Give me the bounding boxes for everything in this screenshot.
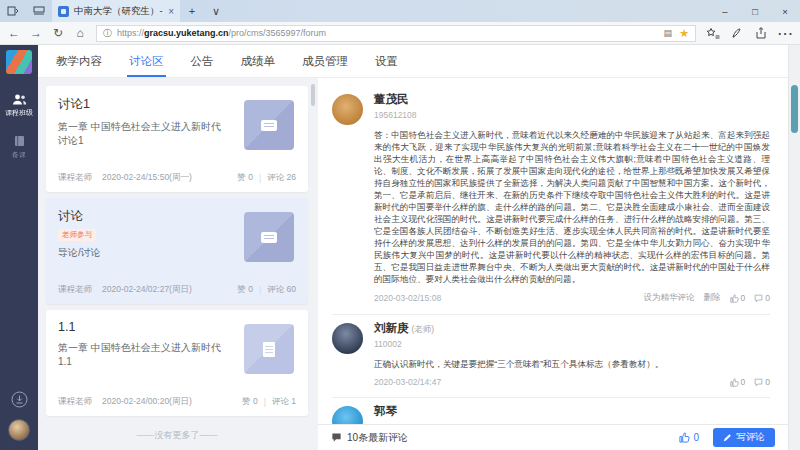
sidebar-item-label: 课程班级 xyxy=(2,108,37,117)
reply-bubble-icon xyxy=(754,378,763,387)
commenter-avatar[interactable] xyxy=(332,94,363,125)
discussion-desc: 第一章 中国特色社会主义进入新时代1.1 xyxy=(58,341,226,368)
no-more-label: ——没有更多了—— xyxy=(46,422,308,447)
page-scrollbar-thumb[interactable] xyxy=(791,85,798,133)
minimize-button[interactable]: – xyxy=(710,0,740,22)
comment-count: 评论 26 xyxy=(267,172,296,184)
sidebar-item-label: 备课 xyxy=(2,150,37,159)
commenter-id: 110002 xyxy=(374,339,770,349)
main-content: 教学内容 讨论区 公告 成绩单 成员管理 设置 讨论1 第一章 中国特色社会主义… xyxy=(38,45,788,450)
tab-title: 中南大学（研究生）-雨 xyxy=(74,5,163,18)
hub-favorites-icon[interactable] xyxy=(701,27,725,39)
back-icon[interactable]: ← xyxy=(3,22,25,44)
address-bar[interactable]: ⓘ https://gracsu.yuketang.cn/pro/cms/356… xyxy=(96,25,696,42)
teacher-participated-badge: 老师参与 xyxy=(58,229,96,241)
thumbs-up-icon xyxy=(679,432,690,443)
annotate-pen-icon[interactable] xyxy=(725,27,749,39)
share-icon[interactable] xyxy=(749,27,773,39)
tab-close-icon[interactable]: × xyxy=(168,6,174,17)
url-text: https://gracsu.yuketang.cn/pro/cms/35659… xyxy=(117,28,326,38)
teacher-role-label: (老师) xyxy=(412,324,435,334)
commenter-name: 郭琴 xyxy=(374,404,770,419)
discussion-item[interactable]: 1.1 第一章 中国特色社会主义进入新时代1.1 课程老师 2020-02-24… xyxy=(46,310,308,416)
like-count: 赞 0 xyxy=(237,284,253,296)
people-icon xyxy=(12,94,27,105)
comment-reply-button[interactable]: 0 xyxy=(754,293,770,303)
discussion-item-selected[interactable]: 讨论 老师参与 导论/讨论 课程老师 2020-02-24/02:27(周日) … xyxy=(46,198,308,304)
tab-members[interactable]: 成员管理 xyxy=(302,45,348,77)
yuketang-app: 课程班级 备课 教学内容 讨论区 公告 成绩单 成员管理 设置 xyxy=(0,45,800,450)
discussion-item[interactable]: 讨论1 第一章 中国特色社会主义进入新时代讨论1 课程老师 2020-02-24… xyxy=(46,86,308,192)
site-favicon xyxy=(58,6,69,17)
discussion-author: 课程老师 xyxy=(58,396,92,408)
discussion-date: 2020-02-24/15:50(周一) xyxy=(102,172,192,184)
thumbs-up-icon xyxy=(730,378,739,387)
reply-bubble-icon xyxy=(754,294,763,303)
user-avatar[interactable] xyxy=(8,419,30,441)
delete-link[interactable]: 删除 xyxy=(704,292,721,304)
comment-time: 2020-03-02/15:08 xyxy=(374,293,441,303)
discussion-date: 2020-02-24/00:20(周日) xyxy=(102,396,192,408)
yuketang-logo xyxy=(6,50,32,74)
discussion-thumbnail xyxy=(244,324,294,374)
thumbs-up-icon xyxy=(730,294,739,303)
refresh-icon[interactable]: ↻ xyxy=(47,22,69,44)
discussion-thumbnail xyxy=(244,100,294,150)
course-tab-bar: 教学内容 讨论区 公告 成绩单 成员管理 设置 xyxy=(38,45,788,78)
reading-view-icon[interactable]: ▤ xyxy=(664,28,673,38)
set-tabs-aside-icon[interactable] xyxy=(0,0,26,22)
site-info-icon[interactable]: ⓘ xyxy=(103,27,112,40)
sidebar-item-prepare[interactable]: 备课 xyxy=(0,127,38,169)
favorite-star-icon[interactable]: ★ xyxy=(679,27,689,40)
new-tab-button[interactable]: + xyxy=(180,0,204,22)
download-icon[interactable] xyxy=(11,391,28,408)
discussion-author: 课程老师 xyxy=(58,172,92,184)
browser-titlebar: 中南大学（研究生）-雨 × + ∨ – □ × xyxy=(0,0,800,22)
forward-icon[interactable]: → xyxy=(25,22,47,44)
sidebar-item-courses[interactable]: 课程班级 xyxy=(0,86,38,127)
thread-like-button[interactable]: 0 xyxy=(679,432,699,443)
tab-preview-icon[interactable] xyxy=(26,0,52,22)
commenter-name: 刘新庚(老师) xyxy=(374,321,770,336)
discussion-date: 2020-02-24/02:27(周日) xyxy=(102,284,192,296)
document-icon xyxy=(263,342,275,357)
commenter-id: 195612108 xyxy=(374,110,770,120)
comment-time: 2020-03-02/14:47 xyxy=(374,377,441,387)
comment-body: 答：中国特色社会主义进入新时代，意味着近代以来久经磨难的中华民族迎来了从站起来、… xyxy=(374,129,770,285)
tab-list-chevron-icon[interactable]: ∨ xyxy=(204,0,228,22)
discussion-desc: 第一章 中国特色社会主义进入新时代讨论1 xyxy=(58,120,226,147)
page-scrollbar[interactable] xyxy=(788,45,800,450)
chat-bubble-icon xyxy=(261,232,277,243)
maximize-button[interactable]: □ xyxy=(740,0,770,22)
comment-toolbar: 10条最新评论 0 写评论 xyxy=(318,424,788,450)
tab-announcement[interactable]: 公告 xyxy=(191,45,214,77)
discussion-desc: 导论/讨论 xyxy=(58,246,226,260)
tab-discussion[interactable]: 讨论区 xyxy=(129,45,164,77)
comment-like-button[interactable]: 0 xyxy=(730,293,746,303)
home-icon[interactable]: ⌂ xyxy=(69,22,91,44)
browser-navbar: ← → ↻ ⌂ ⓘ https://gracsu.yuketang.cn/pro… xyxy=(0,22,800,45)
comment-body: 正确认识新时代，关键是要把握“三个意味着”和五个具体标志（参看教材）。 xyxy=(374,358,770,370)
tab-grades[interactable]: 成绩单 xyxy=(241,45,276,77)
list-scrollbar-thumb[interactable] xyxy=(311,84,315,106)
write-comment-button[interactable]: 写评论 xyxy=(713,428,775,447)
comment-reply-button[interactable]: 0 xyxy=(754,377,770,387)
like-count: 赞 0 xyxy=(237,172,253,184)
more-menu-icon[interactable]: ⋯ xyxy=(773,24,797,43)
discussion-thumbnail xyxy=(244,212,294,262)
left-rail: 课程班级 备课 xyxy=(0,45,38,450)
close-button[interactable]: × xyxy=(770,0,800,22)
set-featured-link[interactable]: 设为精华评论 xyxy=(644,292,695,304)
pencil-icon xyxy=(723,433,732,442)
comment-count: 评论 1 xyxy=(272,396,296,408)
tab-teaching-content[interactable]: 教学内容 xyxy=(56,45,102,77)
window-controls: – □ × xyxy=(710,0,800,22)
book-icon xyxy=(13,135,26,147)
browser-tab[interactable]: 中南大学（研究生）-雨 × xyxy=(52,0,180,22)
commenter-avatar[interactable] xyxy=(332,323,363,354)
discussion-author: 课程老师 xyxy=(58,284,92,296)
like-count: 赞 0 xyxy=(242,396,258,408)
comment-like-button[interactable]: 0 xyxy=(730,377,746,387)
commenter-name: 董茂民 xyxy=(374,92,770,107)
tab-settings[interactable]: 设置 xyxy=(375,45,398,77)
